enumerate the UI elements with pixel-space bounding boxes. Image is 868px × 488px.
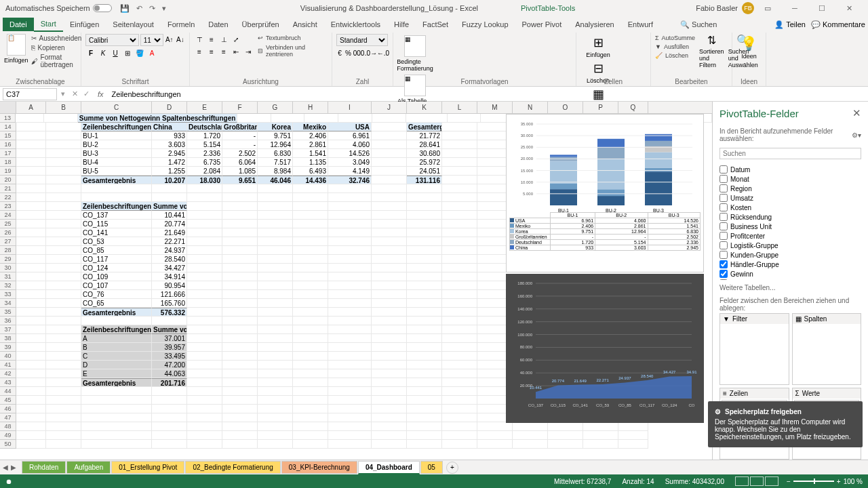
tab-insert[interactable]: Einfügen (63, 18, 106, 31)
page-layout-view-icon[interactable] (750, 476, 764, 486)
tab-file[interactable]: Datei (3, 18, 34, 31)
clear-button[interactable]: 🧹 Löschen (655, 52, 695, 60)
user-avatar[interactable]: FB (742, 2, 754, 14)
tab-start[interactable]: Start (34, 17, 63, 32)
close-icon[interactable]: ✕ (835, 4, 863, 13)
tab-fuzzy[interactable]: Fuzzy Lookup (455, 18, 515, 31)
indent-more-icon[interactable]: ⇥ (243, 46, 254, 57)
align-top-icon[interactable]: ⊤ (194, 34, 205, 45)
tab-design[interactable]: Entwurf (621, 18, 660, 31)
add-sheet-button[interactable]: + (446, 462, 458, 474)
border-icon[interactable]: ⊞ (122, 47, 133, 58)
field-checkbox[interactable] (719, 222, 728, 230)
comma-icon[interactable]: 000 (353, 47, 364, 58)
field-checkbox[interactable] (719, 270, 728, 278)
fill-color-icon[interactable]: 🪣 (134, 47, 145, 58)
area-chart[interactable]: 20.00040.00060.00080.000100.000120.00014… (506, 274, 704, 423)
increase-font-icon[interactable]: A↑ (165, 34, 174, 45)
field-checkbox[interactable] (719, 213, 728, 221)
zoom-out-icon[interactable]: − (787, 478, 791, 485)
sheet-tab-rohdaten[interactable]: Rohdaten (22, 461, 66, 474)
worksheet-grid[interactable]: ABCDEFGHIJKLMNOPQ 13Summe von Nettogewin… (0, 102, 712, 460)
autosum-button[interactable]: Σ AutoSumme (655, 34, 695, 42)
page-break-view-icon[interactable] (765, 476, 778, 486)
wrap-text-button[interactable]: ↩ Textumbruch (258, 34, 328, 42)
formula-input[interactable]: Zeilenbeschriftungen (109, 90, 868, 98)
pane-gear-icon[interactable]: ⚙▾ (852, 131, 861, 139)
minimize-icon[interactable]: ─ (781, 4, 808, 12)
tab-developer[interactable]: Entwicklertools (324, 18, 387, 31)
decimal-dec-icon[interactable]: ←.0 (378, 47, 389, 58)
align-bottom-icon[interactable]: ⊥ (218, 34, 229, 45)
pane-close-icon[interactable]: ✕ (852, 107, 861, 119)
sheet-tab-02[interactable]: 02_Bedingte Formatierung (185, 461, 280, 474)
underline-icon[interactable]: U (110, 47, 121, 58)
normal-view-icon[interactable] (735, 476, 749, 486)
decrease-font-icon[interactable]: A↓ (176, 34, 185, 45)
filter-area[interactable]: ▼ Filter (719, 313, 789, 385)
sheet-tab-aufgaben[interactable]: Aufgaben (66, 461, 111, 474)
confirm-formula-icon[interactable]: ✓ (81, 89, 92, 98)
number-format-select[interactable]: Standard (336, 34, 388, 46)
field-checkbox[interactable] (719, 260, 728, 268)
ideas-button[interactable]: 💡Ideen (732, 35, 767, 60)
tab-help[interactable]: Hilfe (387, 18, 416, 31)
field-checkbox[interactable] (719, 194, 728, 202)
tab-search[interactable]: 🔍 Suchen (673, 18, 724, 32)
name-box[interactable] (3, 88, 57, 100)
field-checkbox[interactable] (719, 232, 728, 240)
align-middle-icon[interactable]: ≡ (206, 34, 217, 45)
font-color-icon[interactable]: A (146, 47, 157, 58)
fx-icon[interactable]: fx (92, 90, 109, 98)
save-icon[interactable]: 💾 (120, 4, 130, 13)
tab-powerpivot[interactable]: Power Pivot (515, 18, 569, 31)
maximize-icon[interactable]: ☐ (808, 4, 835, 13)
fill-button[interactable]: ▼ Ausfüllen (655, 43, 695, 51)
redo-icon[interactable]: ↷ (149, 4, 155, 13)
indent-less-icon[interactable]: ⇤ (231, 46, 241, 57)
align-center-icon[interactable]: ≡ (206, 46, 217, 57)
share-button[interactable]: 👤 Teilen (774, 20, 806, 29)
align-right-icon[interactable]: ≡ (218, 46, 229, 57)
cut-button[interactable]: ✂ Ausschneiden (31, 34, 82, 43)
font-name-select[interactable]: Calibri (85, 34, 139, 46)
field-list[interactable]: DatumMonatRegionUmsatzKostenRücksendungB… (719, 165, 861, 280)
conditional-format-button[interactable]: ▦Bedingte Formatierung (397, 35, 433, 72)
tab-factset[interactable]: FactSet (416, 18, 455, 31)
field-checkbox[interactable] (719, 184, 728, 192)
zoom-level[interactable]: 100 % (844, 478, 863, 485)
tab-analyze[interactable]: Analysieren (568, 18, 620, 31)
tab-formulas[interactable]: Formeln (161, 18, 201, 31)
storage-notification[interactable]: ⚙Speicherplatz freigeben Der Speicherpla… (708, 401, 863, 447)
currency-icon[interactable]: € (336, 47, 343, 58)
undo-icon[interactable]: ↶ (136, 4, 142, 13)
merge-center-button[interactable]: ⊟ Verbinden und zentrieren (258, 43, 328, 58)
tab-nav-prev-icon[interactable]: ◀ (3, 464, 8, 471)
stacked-bar-chart[interactable]: BU-1BU-2BU-35.00010.00015.00020.00025.00… (506, 114, 704, 272)
field-checkbox[interactable] (719, 241, 728, 249)
tab-layout[interactable]: Seitenlayout (106, 18, 161, 31)
format-painter-button[interactable]: 🖌 Format übertragen (31, 53, 82, 69)
field-checkbox[interactable] (719, 165, 728, 174)
field-search-input[interactable] (719, 148, 861, 159)
sort-filter-button[interactable]: ⇅Sortieren und Filtern (699, 34, 724, 68)
comments-button[interactable]: 💬 Kommentare (811, 20, 865, 29)
sheet-tab-05[interactable]: 05 (420, 461, 443, 474)
ribbon-options-icon[interactable]: ▭ (754, 4, 781, 13)
autosave-toggle[interactable] (93, 4, 112, 12)
bold-icon[interactable]: F (85, 47, 96, 58)
sheet-tab-04[interactable]: 04_Dashboard (358, 461, 420, 474)
sheet-tab-01[interactable]: 01_Erstellung Pivot (111, 461, 184, 474)
record-macro-icon[interactable]: ⏺ (5, 478, 12, 485)
sheet-tab-03[interactable]: 03_KPI-Berechnung (281, 461, 357, 474)
percent-icon[interactable]: % (344, 47, 352, 58)
columns-area[interactable]: ▦ Spalten (792, 313, 862, 385)
orientation-icon[interactable]: ⤢ (231, 34, 241, 45)
tab-nav-next-icon[interactable]: ▶ (11, 464, 16, 471)
paste-button[interactable]: 📋 Einfügen (4, 34, 28, 69)
insert-cells-button[interactable]: ⊞Einfügen (580, 35, 616, 58)
field-checkbox[interactable] (719, 279, 728, 280)
decimal-inc-icon[interactable]: .0→ (366, 47, 376, 58)
field-checkbox[interactable] (719, 175, 728, 183)
cancel-formula-icon[interactable]: ✕ (69, 89, 81, 98)
